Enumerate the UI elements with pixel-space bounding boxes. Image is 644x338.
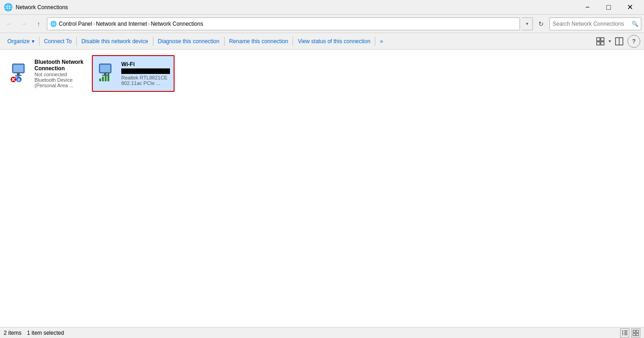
svg-text:B: B [17,78,21,82]
svg-rect-9 [15,75,22,76]
status-left: 2 items 1 item selected [4,330,64,336]
bluetooth-connection-icon: B [10,63,30,84]
status-view-details-icon[interactable] [620,328,629,338]
rename-button[interactable]: Rename this connection [226,34,292,48]
status-view-tiles-icon[interactable] [631,328,640,338]
breadcrumb-network-connections[interactable]: Network Connections [151,21,203,27]
title-bar: 🌐 Network Connections − □ ✕ [0,0,644,15]
bluetooth-connection-text: Bluetooth Network Connection Not connect… [34,59,84,88]
view-status-button[interactable]: View status of this connection [294,34,374,48]
svg-rect-18 [104,73,107,75]
refresh-button[interactable]: ↻ [535,17,548,30]
help-button[interactable]: ? [627,35,640,48]
address-path: 🌐 Control Panel › Network and Internet ›… [47,17,520,30]
svg-rect-7 [13,65,23,72]
wifi-connection-item[interactable]: Wi-Fi Realtek RTL8821CE 802.11ac PCIe ..… [92,55,175,92]
maximize-button[interactable]: □ [598,0,619,15]
wifi-connection-ssid [121,68,170,74]
toolbar-separator-6 [375,37,375,46]
view-grid-icon [596,37,604,45]
selected-info: 1 item selected [27,330,64,336]
bluetooth-connection-adapter: Bluetooth Device (Personal Area ... [34,77,84,88]
rename-label: Rename this connection [229,38,288,45]
svg-rect-34 [633,333,635,336]
svg-rect-8 [17,73,20,75]
preview-pane-button[interactable] [613,35,626,48]
wifi-connection-adapter: Realtek RTL8821CE 802.11ac PCIe ... [121,75,170,86]
svg-rect-20 [99,79,101,81]
svg-rect-2 [597,42,600,45]
toolbar: Organize ▾ Connect To Disable this netwo… [0,33,644,50]
item-count: 2 items [4,330,22,336]
minimize-button[interactable]: − [577,0,598,15]
disable-label: Disable this network device [81,38,148,45]
toolbar-separator-1 [39,37,40,46]
view-toggle-button[interactable] [594,35,607,48]
view-dropdown-arrow[interactable]: ▾ [609,39,611,44]
bluetooth-connection-status: Not connected [34,72,84,77]
forward-button[interactable]: → [17,17,30,30]
address-bar: ← → ↑ 🌐 Control Panel › Network and Inte… [0,15,644,33]
breadcrumb-network-internet[interactable]: Network and Internet [96,21,147,27]
svg-rect-21 [102,77,104,81]
preview-pane-icon [615,37,623,45]
status-right [620,328,640,338]
diagnose-button[interactable]: Diagnose this connection [154,34,223,48]
address-icon: 🌐 [50,21,57,27]
app-icon: 🌐 [4,3,13,11]
toolbar-separator-3 [153,37,153,46]
back-button[interactable]: ← [3,17,16,30]
more-label: » [380,38,383,45]
main-content: B Bluetooth Network Connection Not conne… [0,50,644,327]
window-controls: − □ ✕ [577,0,640,15]
wifi-computer-icon [96,63,117,83]
svg-rect-32 [633,330,635,332]
computer-icon: B [10,63,30,83]
disable-button[interactable]: Disable this network device [78,34,152,48]
organize-chevron-icon: ▾ [32,38,34,45]
svg-rect-33 [636,330,638,332]
wifi-connection-icon [96,63,117,84]
wifi-connection-text: Wi-Fi Realtek RTL8821CE 802.11ac PCIe ..… [121,61,170,86]
connect-to-label: Connect To [44,38,72,45]
connect-to-button[interactable]: Connect To [40,34,76,48]
up-button[interactable]: ↑ [32,17,45,30]
view-status-label: View status of this connection [298,38,370,45]
search-input[interactable] [549,17,641,30]
svg-rect-23 [107,73,109,81]
organize-button[interactable]: Organize ▾ [4,34,38,48]
close-button[interactable]: ✕ [619,0,640,15]
toolbar-separator-5 [293,37,293,46]
more-button[interactable]: » [376,34,387,48]
bluetooth-connection-name: Bluetooth Network Connection [34,59,84,72]
bluetooth-connection-item[interactable]: B Bluetooth Network Connection Not conne… [6,55,88,92]
breadcrumb-control-panel[interactable]: Control Panel [59,21,92,27]
svg-rect-0 [597,38,600,41]
svg-rect-35 [636,333,638,336]
toolbar-right-controls: ▾ ? [594,35,640,48]
svg-rect-22 [105,75,107,81]
svg-rect-17 [100,65,110,72]
status-bar: 2 items 1 item selected [0,327,644,338]
organize-label: Organize [7,38,30,45]
svg-rect-1 [601,38,604,41]
svg-rect-3 [601,42,604,45]
diagnose-label: Diagnose this connection [158,38,220,45]
toolbar-separator-4 [224,37,225,46]
search-container: 🔍 [549,17,641,30]
address-dropdown-button[interactable]: ▾ [522,17,533,30]
wifi-connection-name: Wi-Fi [121,61,170,68]
toolbar-separator-2 [76,37,77,46]
window-title: Network Connections [16,4,577,11]
